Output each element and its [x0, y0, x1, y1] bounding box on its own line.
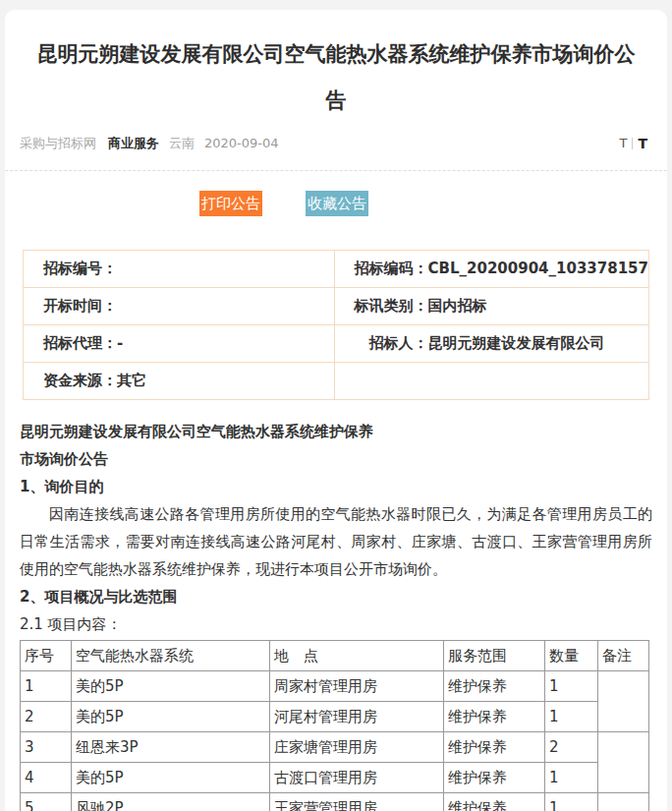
announcement-body: 昆明元朔建设发展有限公司空气能热水器系统维护保养 市场询价公告 1、询价目的 因… [20, 418, 652, 811]
cell-system: 美的5P [72, 763, 270, 793]
section1-title: 1、询价目的 [20, 473, 652, 500]
cell-scope: 维护保养 [444, 793, 545, 811]
cell-qty: 1 [545, 763, 598, 793]
meta-source-link[interactable]: 采购与招标网 [20, 135, 96, 152]
tender-number-label: 招标编号： [24, 251, 335, 288]
cell-seq: 1 [21, 671, 72, 702]
cell-location: 庄家塘管理用房 [270, 732, 444, 763]
cell-system: 纽恩来3P [72, 732, 270, 763]
cell-location: 河尾村管理用房 [270, 702, 444, 732]
table-row: 5 风驰2P 王家营管理用房 维护保养 1 [21, 793, 649, 811]
project-content-table: 序号 空气能热水器系统 地 点 服务范围 数量 备注 1 美的5P 周家村管理用… [20, 640, 649, 811]
cell-seq: 3 [21, 732, 72, 763]
table-row: 资金来源：其它 [24, 363, 649, 400]
cell-system: 风驰2P [72, 793, 270, 811]
notice-category-value: 标讯类别：国内招标 [334, 288, 648, 325]
col-header-remark: 备注 [598, 641, 649, 671]
col-header-system: 空气能热水器系统 [72, 641, 270, 671]
cell-seq: 4 [21, 763, 72, 793]
tenderee-value: 招标人：昆明元朔建设发展有限公司 [334, 325, 648, 363]
cell-location: 古渡口管理用房 [270, 763, 444, 793]
tender-agent-value: 招标代理：- [24, 325, 335, 363]
font-size-large-button[interactable]: T [633, 136, 652, 151]
section2-title: 2、项目概况与比选范围 [20, 583, 652, 610]
announcement-card: 昆明元朔建设发展有限公司空气能热水器系统维护保养市场询价公告 采购与招标网 商业… [5, 10, 667, 811]
section1-paragraph: 因南连接线高速公路各管理用房所使用的空气能热水器时限已久，为满足各管理用房员工的… [20, 500, 652, 583]
tender-info-table: 招标编号： 招标编码：CBL_20200904_103378157 开标时间： … [23, 250, 649, 400]
table-row: 开标时间： 标讯类别：国内招标 [24, 288, 649, 325]
cell-remark [598, 671, 649, 732]
font-size-small-button[interactable]: T [614, 136, 632, 150]
print-announcement-button[interactable]: 打印公告 [199, 191, 262, 216]
table-row: 招标代理：- 招标人：昆明元朔建设发展有限公司 [24, 325, 649, 363]
cell-qty: 2 [545, 732, 598, 763]
cell-location: 周家村管理用房 [270, 671, 444, 702]
cell-scope: 维护保养 [444, 732, 545, 763]
font-size-controls: T T [614, 136, 652, 151]
cell-seq: 5 [21, 793, 72, 811]
col-header-seq: 序号 [21, 641, 72, 671]
table-row: 招标编号： 招标编码：CBL_20200904_103378157 [24, 251, 649, 288]
cell-remark [598, 732, 649, 793]
table-row: 4 美的5P 古渡口管理用房 维护保养 1 [21, 763, 649, 793]
favorite-announcement-button[interactable]: 收藏公告 [306, 191, 368, 216]
col-header-qty: 数量 [545, 641, 598, 671]
action-buttons: 打印公告 收藏公告 [15, 191, 657, 216]
cell-scope: 维护保养 [444, 763, 545, 793]
meta-date: 2020-09-04 [204, 136, 279, 150]
col-header-scope: 服务范围 [444, 641, 545, 671]
col-header-location: 地 点 [270, 641, 444, 671]
empty-cell [334, 363, 648, 400]
meta-bar: 采购与招标网 商业服务 云南 2020-09-04 T T [20, 135, 652, 152]
bid-open-time-label: 开标时间： [24, 288, 335, 325]
table-row: 1 美的5P 周家村管理用房 维护保养 1 [21, 671, 649, 702]
cell-qty: 1 [545, 793, 598, 811]
table-header-row: 序号 空气能热水器系统 地 点 服务范围 数量 备注 [21, 641, 649, 671]
page-title: 昆明元朔建设发展有限公司空气能热水器系统维护保养市场询价公告 [28, 31, 644, 124]
fund-source-value: 资金来源：其它 [24, 363, 335, 400]
cell-qty: 1 [545, 702, 598, 732]
cell-system: 美的5P [72, 671, 270, 702]
meta-region-link[interactable]: 云南 [169, 135, 195, 152]
meta-category-link[interactable]: 商业服务 [108, 135, 159, 152]
cell-remark [598, 793, 649, 811]
dashed-separator [5, 170, 667, 171]
table-row: 2 美的5P 河尾村管理用房 维护保养 1 [21, 702, 649, 732]
body-heading-line1: 昆明元朔建设发展有限公司空气能热水器系统维护保养 [20, 418, 652, 445]
section2-subtitle: 2.1 项目内容： [20, 610, 652, 638]
cell-scope: 维护保养 [444, 671, 545, 702]
cell-qty: 1 [545, 671, 598, 702]
body-heading-line2: 市场询价公告 [20, 445, 652, 473]
tender-code-value: 招标编码：CBL_20200904_103378157 [334, 251, 648, 288]
table-row: 3 纽恩来3P 庄家塘管理用房 维护保养 2 [21, 732, 649, 763]
cell-system: 美的5P [72, 702, 270, 732]
cell-location: 王家营管理用房 [270, 793, 444, 811]
cell-seq: 2 [21, 702, 72, 732]
cell-scope: 维护保养 [444, 702, 545, 732]
